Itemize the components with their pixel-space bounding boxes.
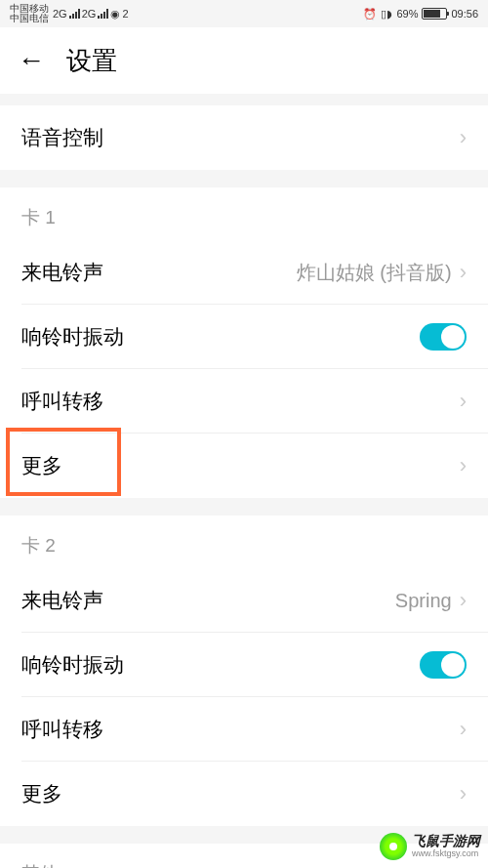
status-right: ⏰ ▯◗ 69% 09:56 — [363, 8, 478, 21]
item-label: 更多 — [21, 780, 62, 807]
item-label: 响铃时振动 — [21, 323, 124, 351]
alarm-icon: ⏰ — [363, 8, 377, 21]
vibrate-icon: ▯◗ — [381, 8, 392, 21]
carrier-labels: 中国移动 中国电信 — [10, 4, 49, 23]
sim2-vibrate-toggle[interactable] — [420, 651, 467, 679]
carrier-2: 中国电信 — [10, 14, 49, 23]
item-label: 呼叫转移 — [21, 716, 103, 743]
sim1-more-item[interactable]: 更多 › — [0, 434, 488, 498]
battery-icon — [422, 8, 447, 20]
sim1-call-forward-item[interactable]: 呼叫转移 › — [0, 369, 488, 434]
watermark-title: 飞鼠手游网 — [412, 834, 480, 848]
item-label: 更多 — [21, 452, 62, 479]
clock: 09:56 — [451, 8, 478, 20]
sim2-header: 卡 2 — [0, 516, 488, 568]
item-label: 来电铃声 — [21, 259, 103, 286]
status-bar: 中国移动 中国电信 2G 2G ◉ 2 ⏰ ▯◗ 69% 09:56 — [0, 0, 488, 27]
back-button[interactable]: ← — [18, 45, 45, 76]
chevron-right-icon: › — [460, 588, 467, 613]
signal-icon-1 — [69, 9, 80, 19]
sim1-vibrate-item: 响铃时振动 — [0, 305, 488, 369]
sim2-vibrate-item: 响铃时振动 — [0, 633, 488, 697]
sim1-ringtone-item[interactable]: 来电铃声 炸山姑娘 (抖音版) › — [0, 240, 488, 305]
chevron-right-icon: › — [460, 260, 467, 285]
item-value: 炸山姑娘 (抖音版) — [297, 260, 452, 286]
signal-icon-2 — [98, 9, 108, 19]
item-label: 响铃时振动 — [21, 651, 124, 679]
wifi-index: 2 — [122, 8, 128, 20]
voice-control-item[interactable]: 语音控制 › — [0, 105, 488, 170]
divider — [0, 94, 488, 105]
chevron-right-icon: › — [460, 125, 467, 150]
battery-pct: 69% — [396, 8, 418, 20]
sim1-header: 卡 1 — [0, 187, 488, 240]
chevron-right-icon: › — [460, 781, 467, 806]
item-value: Spring — [395, 590, 452, 612]
divider — [0, 170, 488, 187]
item-label: 来电铃声 — [21, 587, 103, 614]
sim2-more-item[interactable]: 更多 › — [0, 762, 488, 826]
status-left: 中国移动 中国电信 2G 2G ◉ 2 — [10, 4, 129, 23]
chevron-right-icon: › — [460, 453, 467, 478]
watermark-logo-icon — [380, 833, 407, 860]
chevron-right-icon: › — [460, 717, 467, 742]
page-title: 设置 — [66, 44, 117, 78]
watermark-url: www.fsktgsy.com — [412, 849, 480, 859]
watermark: 飞鼠手游网 www.fsktgsy.com — [380, 833, 480, 860]
app-header: ← 设置 — [0, 27, 488, 94]
net-type-2: 2G — [82, 8, 97, 20]
item-label: 语音控制 — [21, 124, 103, 151]
net-type-1: 2G — [53, 8, 67, 20]
sim1-vibrate-toggle[interactable] — [420, 323, 467, 351]
chevron-right-icon: › — [460, 389, 467, 414]
wifi-icon: ◉ — [110, 8, 120, 21]
sim2-ringtone-item[interactable]: 来电铃声 Spring › — [0, 568, 488, 633]
item-label: 呼叫转移 — [21, 388, 103, 415]
sim2-call-forward-item[interactable]: 呼叫转移 › — [0, 697, 488, 762]
divider — [0, 498, 488, 516]
